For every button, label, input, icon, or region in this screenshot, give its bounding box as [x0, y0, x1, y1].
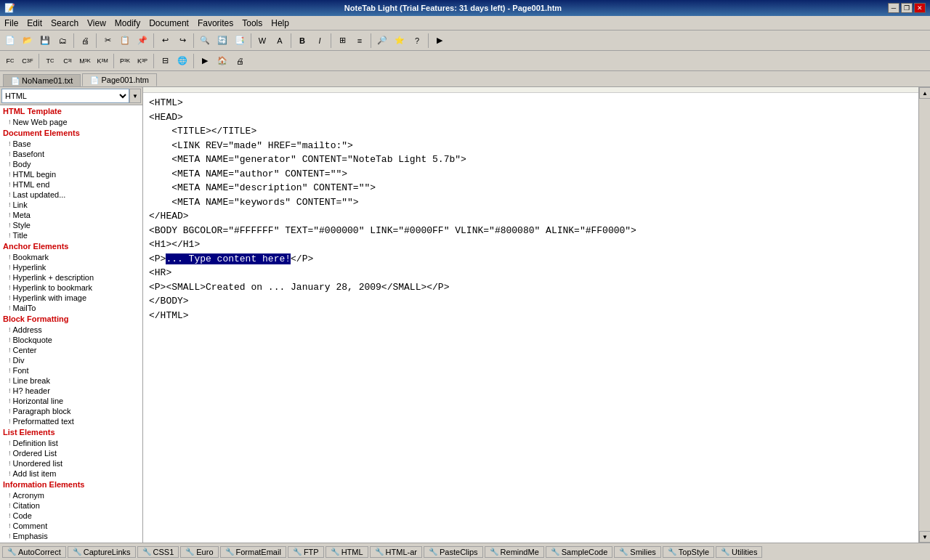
print-button[interactable]: 🖨: [77, 33, 93, 49]
sidebar-item-preformatted-text[interactable]: !Preformatted text: [0, 416, 142, 426]
restore-button[interactable]: ❐: [901, 3, 913, 13]
sidebar-item-hyperlink-with-image[interactable]: !Hyperlink with image: [0, 293, 142, 303]
sidebar-item-paragraph-block[interactable]: !Paragraph block: [0, 406, 142, 416]
help-button[interactable]: ?: [409, 33, 425, 49]
bottom-tab-formatemail[interactable]: 🔧FormatEmail: [220, 546, 286, 558]
menu-item-favorites[interactable]: Favorites: [193, 17, 238, 28]
sidebar-item-code[interactable]: !Code: [0, 511, 142, 521]
sidebar-item-add-list-item[interactable]: !Add list item: [0, 468, 142, 479]
sidebar-selector[interactable]: HTML CSS: [1, 89, 129, 103]
sidebar-item-title[interactable]: !Title: [0, 230, 142, 240]
tab-page001[interactable]: 📄 Page001.htm: [82, 73, 157, 86]
tab-noname[interactable]: 📄 NoName01.txt: [3, 74, 81, 86]
sidebar-item-line-break[interactable]: !Line break: [0, 376, 142, 386]
sidebar-item-new-web-page[interactable]: !New Web page: [0, 117, 142, 127]
bottom-tab-css1[interactable]: 🔧CSS1: [137, 546, 179, 558]
menu-item-file[interactable]: File: [0, 17, 23, 28]
redo-button[interactable]: ↪: [174, 33, 190, 49]
sidebar-item-mailto[interactable]: !MailTo: [0, 303, 142, 313]
sidebar-item-comment[interactable]: !Comment: [0, 521, 142, 531]
bottom-tab-euro[interactable]: 🔧Euro: [180, 546, 218, 558]
sidebar-item-blockquote[interactable]: !Blockquote: [0, 335, 142, 345]
sidebar-dropdown-btn[interactable]: ▼: [129, 89, 141, 103]
tb2-1[interactable]: FC: [2, 53, 18, 69]
sidebar-item-acronym[interactable]: !Acronym: [0, 490, 142, 500]
sidebar-item-unordered-list[interactable]: !Unordered list: [0, 458, 142, 468]
sidebar-item-keyboard[interactable]: !Keyboard: [0, 541, 142, 543]
sidebar-item-link[interactable]: !Link: [0, 200, 142, 210]
menu-item-view[interactable]: View: [83, 17, 110, 28]
zoom-in-button[interactable]: 🔎: [374, 33, 390, 49]
scroll-up-btn[interactable]: ▲: [919, 87, 930, 99]
sidebar-item-style[interactable]: !Style: [0, 220, 142, 230]
sidebar-item-hyperlink-to-bookmark[interactable]: !Hyperlink to bookmark: [0, 283, 142, 293]
open-file-button[interactable]: ⊞: [334, 33, 350, 49]
tb2-4[interactable]: C³I: [60, 53, 76, 69]
sidebar-item-citation[interactable]: !Citation: [0, 500, 142, 511]
scroll-down-btn[interactable]: ▼: [919, 531, 930, 543]
replace-button[interactable]: 🔄: [214, 33, 230, 49]
bottom-tab-html[interactable]: 🔧HTML: [326, 546, 368, 558]
paste-button[interactable]: 📌: [134, 33, 150, 49]
copy-button[interactable]: 📋: [117, 33, 133, 49]
menu-item-document[interactable]: Document: [145, 17, 193, 28]
new-button[interactable]: 📄: [2, 33, 18, 49]
bottom-tab-utilities[interactable]: 🔧Utilities: [716, 546, 762, 558]
tb2-5[interactable]: M³K: [77, 53, 93, 69]
sidebar-item-horizontal-line[interactable]: !Horizontal line: [0, 396, 142, 406]
bottom-tab-ftp[interactable]: 🔧FTP: [288, 546, 324, 558]
sidebar-item-center[interactable]: !Center: [0, 345, 142, 355]
sidebar-item-bookmark[interactable]: !Bookmark: [0, 252, 142, 262]
undo-button[interactable]: ↩: [157, 33, 173, 49]
menu-item-help[interactable]: Help: [267, 17, 294, 28]
tb2-7[interactable]: P³K: [117, 53, 133, 69]
format-b[interactable]: B: [294, 33, 310, 49]
menu-item-modify[interactable]: Modify: [110, 17, 145, 28]
bottom-tab-autocorrect[interactable]: 🔧AutoCorrect: [2, 546, 66, 558]
save-button[interactable]: 💾: [37, 33, 53, 49]
tb2-2[interactable]: C3F: [20, 53, 36, 69]
tb2-3[interactable]: TC: [42, 53, 58, 69]
tb2-13[interactable]: 🖨: [232, 53, 248, 69]
format-i[interactable]: I: [312, 33, 328, 49]
list-button[interactable]: ≡: [352, 33, 368, 49]
menu-item-tools[interactable]: Tools: [238, 17, 267, 28]
bottom-tab-samplecode[interactable]: 🔧SampleCode: [546, 546, 613, 558]
sidebar-item-html-begin[interactable]: !HTML begin: [0, 169, 142, 179]
bottom-tab-html-ar[interactable]: 🔧HTML-ar: [370, 546, 422, 558]
sidebar-item-basefont[interactable]: !Basefont: [0, 149, 142, 159]
editor-scrollbar[interactable]: ▲ ▼: [918, 87, 930, 543]
editor-content[interactable]: <HTML><HEAD> <TITLE></TITLE> <LINK REV="…: [143, 93, 918, 543]
favorites-button[interactable]: ⭐: [392, 33, 408, 49]
sidebar-item-font[interactable]: !Font: [0, 365, 142, 376]
sidebar-item-emphasis[interactable]: !Emphasis: [0, 531, 142, 541]
open-button[interactable]: 📂: [20, 33, 36, 49]
word-wrap-button[interactable]: W: [254, 33, 270, 49]
bottom-tab-topstyle[interactable]: 🔧TopStyle: [663, 546, 714, 558]
sidebar-item-definition-list[interactable]: !Definition list: [0, 438, 142, 448]
sidebar-item-body[interactable]: !Body: [0, 159, 142, 169]
menu-item-search[interactable]: Search: [46, 17, 83, 28]
bottom-tab-capturelinks[interactable]: 🔧CaptureLinks: [68, 546, 136, 558]
bottom-tab-pasteclips[interactable]: 🔧PasteClips: [424, 546, 483, 558]
run-button[interactable]: ▶: [432, 33, 448, 49]
spell-button[interactable]: A: [272, 33, 288, 49]
sidebar-item-div[interactable]: !Div: [0, 355, 142, 365]
minimize-button[interactable]: ─: [888, 3, 899, 13]
bottom-tab-smilies[interactable]: 🔧Smilies: [614, 546, 660, 558]
sidebar-item-h-header[interactable]: !H? header: [0, 386, 142, 396]
sidebar-item-html-end[interactable]: !HTML end: [0, 179, 142, 190]
sidebar-item-ordered-list[interactable]: !Ordered List: [0, 448, 142, 458]
sidebar-item-meta[interactable]: !Meta: [0, 210, 142, 220]
menu-item-edit[interactable]: Edit: [23, 17, 46, 28]
sidebar-item-hyperlink--description[interactable]: !Hyperlink + description: [0, 272, 142, 283]
sidebar-item-address[interactable]: !Address: [0, 325, 142, 335]
tb2-9[interactable]: ⊟: [157, 53, 173, 69]
bottom-tab-remindme[interactable]: 🔧RemindMe: [485, 546, 544, 558]
sidebar-item-hyperlink[interactable]: !Hyperlink: [0, 262, 142, 272]
sidebar-item-last-updated...[interactable]: !Last updated...: [0, 190, 142, 200]
cut-button[interactable]: ✂: [100, 33, 116, 49]
save-all-button[interactable]: 🗂: [54, 33, 70, 49]
tb2-6[interactable]: K³M: [94, 53, 110, 69]
close-button[interactable]: ✕: [914, 3, 926, 13]
